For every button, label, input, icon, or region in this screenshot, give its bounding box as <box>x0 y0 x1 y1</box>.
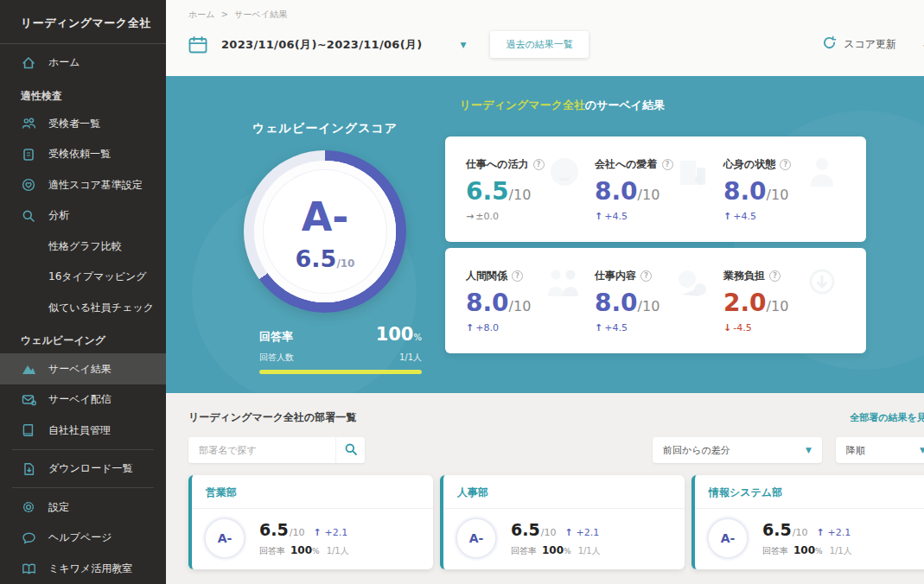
department-cards: 営業部 A- 6.5/10 ↑ +2.1 回答率 100% 1/1人 <box>188 475 924 569</box>
info-icon[interactable]: ? <box>662 159 673 170</box>
mail-icon <box>21 392 36 408</box>
metric-value: 2.0 <box>723 289 767 317</box>
sidebar-item-survey-delivery[interactable]: サーベイ配信 <box>0 384 166 416</box>
info-icon[interactable]: ? <box>640 270 652 282</box>
up-arrow-icon: ↑ <box>595 211 602 222</box>
info-icon[interactable]: ? <box>512 270 523 282</box>
help-icon <box>21 530 36 546</box>
flat-arrow-icon: → <box>466 211 474 222</box>
department-search <box>188 437 365 463</box>
sidebar-item-mikiwame-class[interactable]: ミキワメ活用教室 <box>0 553 166 584</box>
download-icon <box>21 461 36 477</box>
sidebar-item-examinees[interactable]: 受検者一覧 <box>0 109 166 140</box>
main-content: ホーム > サーベイ結果 2023/11/06(月)~2023/11/06(月)… <box>166 0 924 584</box>
up-arrow-icon: ↑ <box>313 527 321 538</box>
sort-by-select[interactable]: 前回からの差分 ▼ <box>653 437 822 463</box>
head-down-arrow-watermark-icon <box>804 265 840 305</box>
sidebar-item-personality-graph[interactable]: 性格グラフ比較 <box>0 232 166 263</box>
department-rate-label: 回答率 <box>511 545 537 557</box>
sidebar-item-similar-employees[interactable]: 似ている社員チェック <box>0 293 166 324</box>
metric-cards: 仕事への活力? 6.5/10 →±0.0 会社への愛着? 8.0/10 ↑+4.… <box>445 136 866 353</box>
department-score: 6.5 <box>511 520 540 539</box>
department-card-sales[interactable]: 営業部 A- 6.5/10 ↑ +2.1 回答率 100% 1/1人 <box>188 475 433 569</box>
metric-label: 業務負担 <box>723 269 765 283</box>
metric-max: /10 <box>638 187 660 203</box>
sidebar-item-score-settings[interactable]: 適性スコア基準設定 <box>0 170 166 201</box>
gear-icon <box>21 499 36 515</box>
search-icon <box>21 208 36 224</box>
department-card-hr[interactable]: 人事部 A- 6.5/10 ↑ +2.1 回答率 100% 1/1人 <box>440 475 685 569</box>
response-rate-value: 100% <box>376 324 422 345</box>
respondents-progress-fill <box>259 370 422 374</box>
sidebar-item-survey-results[interactable]: サーベイ結果 <box>0 353 166 384</box>
metric-max: /10 <box>767 187 789 203</box>
info-icon[interactable]: ? <box>533 159 545 170</box>
department-people: 1/1人 <box>327 545 349 557</box>
hero-title-suffix: のサーベイ結果 <box>585 98 665 111</box>
metric-label: 会社への愛着 <box>595 157 658 172</box>
past-results-button[interactable]: 過去の結果一覧 <box>490 31 588 58</box>
building-watermark-icon <box>673 154 711 194</box>
person-watermark-icon <box>804 154 840 194</box>
metric-delta: ↑+4.5 <box>723 211 849 222</box>
department-delta: ↑ +2.1 <box>313 527 347 538</box>
wellbeing-ring-inner: A- 6.5/10 <box>254 161 396 302</box>
breadcrumb-home[interactable]: ホーム <box>188 10 214 19</box>
metric-max: /10 <box>638 298 660 314</box>
sidebar-item-home[interactable]: ホーム <box>0 48 166 79</box>
sidebar-item-label: 性格グラフ比較 <box>48 239 122 254</box>
refresh-score-button[interactable]: スコア更新 <box>822 35 896 54</box>
chart-icon <box>21 361 36 377</box>
department-card-it[interactable]: 情報システム部 A- 6.5/10 ↑ +2.1 回答率 100% 1/1人 <box>691 475 924 569</box>
sidebar-item-help[interactable]: ヘルプページ <box>0 523 166 554</box>
search-input[interactable] <box>188 437 335 463</box>
sidebar-item-employee-management[interactable]: 自社社員管理 <box>0 415 166 446</box>
hero-title: リーディングマーク全社のサーベイ結果 <box>166 76 924 113</box>
wellbeing-score-heading: ウェルビーイングスコア <box>216 121 434 136</box>
response-rate-unit: % <box>413 333 422 342</box>
sidebar-item-downloads[interactable]: ダウンロード一覧 <box>0 454 166 485</box>
chevron-down-icon[interactable]: ▼ <box>460 41 466 49</box>
department-heading: リーディングマーク全社の部署一覧 <box>188 410 356 425</box>
metric-value: 6.5 <box>466 177 509 206</box>
home-icon <box>21 55 36 71</box>
hero-title-org: リーディングマーク全社 <box>460 98 585 111</box>
wellbeing-score-value: 6.5 <box>296 245 337 272</box>
sort-order-select[interactable]: 降順 ▼ <box>836 437 924 463</box>
grade-badge: A- <box>457 519 495 557</box>
info-icon[interactable]: ? <box>780 159 791 170</box>
sidebar-item-label: サーベイ配信 <box>48 392 112 407</box>
metric-max: /10 <box>509 298 532 314</box>
chevron-down-icon: ▼ <box>908 446 924 454</box>
department-people: 1/1人 <box>578 545 601 557</box>
sidebar-item-16type-mapping[interactable]: 16タイプマッピング <box>0 262 166 293</box>
view-all-departments-link[interactable]: 全部署の結果を見る <box>850 411 924 424</box>
department-rate: 100 <box>793 544 815 556</box>
metric-company-attachment: 会社への愛着? 8.0/10 ↑+4.5 <box>591 157 720 225</box>
sidebar-section-aptitude: 適性検査 <box>0 79 166 109</box>
metric-delta: ↑+4.5 <box>595 322 720 333</box>
sidebar-item-settings[interactable]: 設定 <box>0 492 166 523</box>
metric-card-row1: 仕事への活力? 6.5/10 →±0.0 会社への愛着? 8.0/10 ↑+4.… <box>445 136 866 242</box>
sidebar-item-label: ヘルプページ <box>48 530 112 545</box>
sidebar-item-label: サーベイ結果 <box>48 362 112 377</box>
wellbeing-score-line: 6.5/10 <box>296 245 355 272</box>
chevron-down-icon: ▼ <box>793 446 812 454</box>
date-range-value[interactable]: 2023/11/06(月)~2023/11/06(月) <box>221 37 422 53</box>
metric-delta: ↓-4.5 <box>723 322 849 333</box>
department-people: 1/1人 <box>830 545 852 557</box>
sidebar-item-analysis[interactable]: 分析 <box>0 200 166 232</box>
sidebar-item-label: 受検者一覧 <box>48 117 100 131</box>
department-delta: ↑ +2.1 <box>564 527 599 538</box>
department-rate-label: 回答率 <box>762 545 788 557</box>
department-name: 人事部 <box>443 475 685 509</box>
survey-hero: リーディングマーク全社のサーベイ結果 ウェルビーイングスコア A- 6.5/10… <box>166 76 924 393</box>
search-button[interactable] <box>335 437 365 463</box>
response-stats: 回答率 100% 回答人数 1/1人 <box>259 324 422 374</box>
info-icon[interactable]: ? <box>769 270 781 282</box>
metric-value: 8.0 <box>723 177 767 206</box>
face-watermark-icon <box>546 154 583 194</box>
refresh-label: スコア更新 <box>844 37 896 52</box>
department-score: 6.5 <box>259 520 289 539</box>
sidebar-item-exam-requests[interactable]: 受検依頼一覧 <box>0 139 166 170</box>
